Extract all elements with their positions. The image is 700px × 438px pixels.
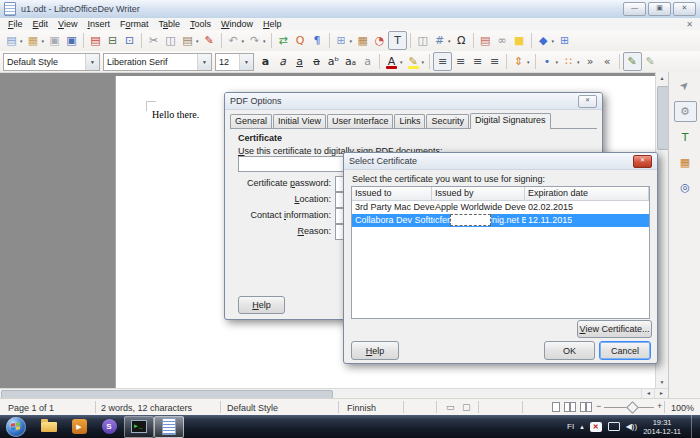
font-color-dropdown-arrow[interactable]: ▾ <box>400 59 403 65</box>
align-right-button[interactable]: ≡ <box>469 53 486 70</box>
strikethrough-button[interactable]: a <box>308 53 325 70</box>
certificate-row[interactable]: Collabora Dev Softtokencfer gmbh/wernig.… <box>352 214 649 227</box>
font-name-combobox[interactable]: Liberation Serif ▼ <box>103 53 212 71</box>
dialog-title-bar[interactable]: Select Certificate ✕ <box>344 153 657 170</box>
open-dropdown-arrow[interactable]: ▾ <box>42 38 45 44</box>
menu-window[interactable]: Window <box>216 19 258 29</box>
minimize-button[interactable]: — <box>623 2 646 16</box>
bullet-list-dropdown-arrow[interactable]: ▾ <box>556 59 559 65</box>
cut-button[interactable]: ✂ <box>145 32 162 49</box>
menu-view[interactable]: View <box>53 19 82 29</box>
tab-security[interactable]: Security <box>426 114 469 128</box>
menu-tools[interactable]: Tools <box>185 19 216 29</box>
tray-clock[interactable]: 19:31 2014-12-11 <box>643 418 681 436</box>
text-language[interactable]: Finnish <box>347 403 376 413</box>
show-desktop-button[interactable] <box>691 415 698 438</box>
restore-button[interactable]: ▣ <box>648 2 671 16</box>
line-spacing-button[interactable]: ⇕ <box>510 53 527 70</box>
menu-format[interactable]: Format <box>115 19 154 29</box>
start-button[interactable] <box>6 417 26 437</box>
taskbar-item-media-player[interactable]: ▶ <box>64 416 94 438</box>
bold-button[interactable]: a <box>257 53 274 70</box>
navigator-dropdown-arrow[interactable]: ▾ <box>552 38 555 44</box>
gallery-deck-button[interactable]: ▦ <box>675 153 696 172</box>
new-document-button[interactable]: ▤ <box>3 32 20 49</box>
align-center-button[interactable]: ≡ <box>452 53 469 70</box>
undo-button[interactable]: ↶ <box>225 32 242 49</box>
insert-table-dropdown-arrow[interactable]: ▾ <box>350 38 353 44</box>
zoom-percentage[interactable]: 100% <box>671 403 694 413</box>
styles-button[interactable]: T <box>675 128 696 147</box>
tab-links[interactable]: Links <box>394 114 425 128</box>
copy-button[interactable]: ◫ <box>162 32 179 49</box>
line-spacing-dropdown-arrow[interactable]: ▾ <box>527 59 530 65</box>
zoom-slider-knob[interactable] <box>626 401 639 414</box>
navigator-deck-button[interactable]: ◎ <box>675 178 696 197</box>
cancel-button[interactable]: Cancel <box>599 341 651 360</box>
action-center-icon[interactable]: ✕ <box>590 422 602 432</box>
close-icon[interactable]: ✕ <box>633 155 652 168</box>
keyboard-language-indicator[interactable]: FI <box>567 422 574 431</box>
column-header-issued-to[interactable]: Issued to <box>352 187 432 200</box>
insert-field-dropdown-arrow[interactable]: ▾ <box>448 38 451 44</box>
open-button[interactable]: ▦ <box>25 32 42 49</box>
align-left-button[interactable]: ≡ <box>433 52 452 71</box>
clear-formatting-button[interactable]: a <box>359 53 376 70</box>
print-button[interactable]: ⊟ <box>104 32 121 49</box>
formatting-marks-button[interactable]: ¶ <box>309 32 326 49</box>
export-pdf-button[interactable]: ▤ <box>87 32 104 49</box>
paste-dropdown-arrow[interactable]: ▾ <box>196 38 199 44</box>
scroll-right-icon[interactable]: ► <box>654 389 668 398</box>
menu-insert[interactable]: Insert <box>82 19 115 29</box>
tab-initial-view[interactable]: Initial View <box>273 114 326 128</box>
save-button[interactable]: ▣ <box>46 32 63 49</box>
selection-mode-icon[interactable]: ▭ <box>446 402 455 412</box>
font-color-button[interactable]: A <box>383 53 400 70</box>
column-header-issued-by[interactable]: Issued by <box>432 187 525 200</box>
tab-digital-signatures[interactable]: Digital Signatures <box>470 113 551 129</box>
insert-comment-button[interactable]: ▤ <box>477 32 494 49</box>
undo-dropdown-arrow[interactable]: ▾ <box>242 38 245 44</box>
document-text[interactable]: Hello there. <box>152 109 199 120</box>
close-button[interactable]: ✕ <box>673 2 696 16</box>
redo-dropdown-arrow[interactable]: ▾ <box>263 38 266 44</box>
column-header-expiration-date[interactable]: Expiration date <box>525 187 649 200</box>
scroll-left-icon[interactable]: ◄ <box>641 389 655 398</box>
insert-hyperlink-button[interactable]: ∞ <box>494 32 511 49</box>
navigator-button[interactable]: ◆ <box>535 32 552 49</box>
tab-general[interactable]: General <box>230 114 272 128</box>
insert-table-button[interactable]: ⊞ <box>333 32 350 49</box>
special-character-button[interactable]: Ω <box>453 32 470 49</box>
highlight-color-dropdown-arrow[interactable]: ▾ <box>422 59 425 65</box>
close-icon[interactable]: ✕ <box>578 95 597 108</box>
network-icon[interactable] <box>608 422 620 431</box>
menu-file[interactable]: File <box>3 19 28 29</box>
zoom-in-icon[interactable]: + <box>657 401 662 411</box>
ok-button[interactable]: OK <box>544 341 595 360</box>
align-justify-button[interactable]: ≡ <box>486 53 503 70</box>
redo-button[interactable]: ↷ <box>246 32 263 49</box>
insert-field-button[interactable]: # <box>431 32 448 49</box>
new-document-dropdown-arrow[interactable]: ▾ <box>20 38 23 44</box>
document-modified-icon[interactable]: ▢ <box>462 402 471 412</box>
scroll-down-icon[interactable]: ▼ <box>656 376 668 388</box>
find-replace-button[interactable]: Q <box>292 32 309 49</box>
menu-table[interactable]: Table <box>153 19 185 29</box>
superscript-button[interactable]: aᵇ <box>325 53 342 70</box>
paragraph-style-combobox[interactable]: Default Style ▼ <box>3 53 100 71</box>
numbered-list-dropdown-arrow[interactable]: ▾ <box>577 59 580 65</box>
clone-formatting-button[interactable]: ✎ <box>201 32 218 49</box>
taskbar-item-console[interactable]: ►_ <box>124 416 154 438</box>
show-hidden-icons[interactable]: ▴ <box>580 423 584 431</box>
insert-note-button[interactable]: ■ <box>511 32 528 49</box>
increase-indent-button[interactable]: » <box>582 53 599 70</box>
chevron-down-icon[interactable]: ▼ <box>85 54 99 70</box>
help-button[interactable]: Help <box>238 296 285 314</box>
insert-frame-button[interactable]: ◫ <box>414 32 431 49</box>
zoom-out-icon[interactable]: − <box>596 401 601 411</box>
single-page-view-icon[interactable] <box>552 402 560 412</box>
help-button[interactable]: Help <box>351 341 399 360</box>
page-style[interactable]: Default Style <box>227 403 278 413</box>
spellcheck-button[interactable]: ⇄ <box>275 32 292 49</box>
taskbar-item-writer[interactable] <box>154 416 184 438</box>
